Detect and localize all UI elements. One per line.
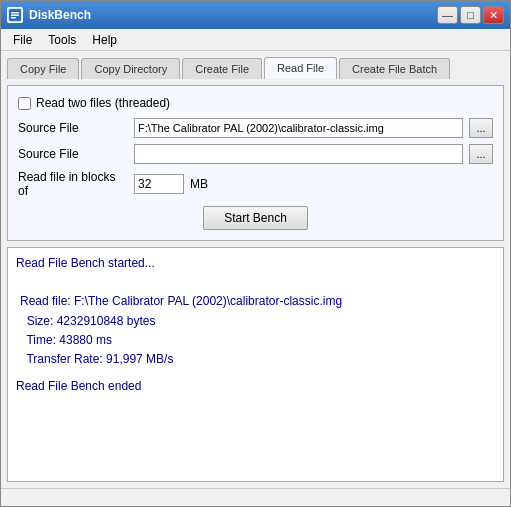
- content-area: Copy File Copy Directory Create File Rea…: [1, 51, 510, 488]
- app-icon: [7, 7, 23, 23]
- tab-copy-directory[interactable]: Copy Directory: [81, 58, 180, 79]
- menu-help[interactable]: Help: [84, 31, 125, 49]
- source-file2-label: Source File: [18, 147, 128, 161]
- blocks-unit: MB: [190, 177, 208, 191]
- output-ended: Read File Bench ended: [16, 377, 495, 396]
- tab-create-file[interactable]: Create File: [182, 58, 262, 79]
- tab-copy-file[interactable]: Copy File: [7, 58, 79, 79]
- close-button[interactable]: ✕: [483, 6, 504, 24]
- blocks-input[interactable]: [134, 174, 184, 194]
- svg-rect-3: [11, 17, 16, 19]
- output-detail-2: Time: 43880 ms: [20, 331, 495, 350]
- output-detail-3: Transfer Rate: 91,997 MB/s: [20, 350, 495, 369]
- menu-bar: File Tools Help: [1, 29, 510, 51]
- tab-read-file[interactable]: Read File: [264, 57, 337, 79]
- output-area[interactable]: Read File Bench started... Read file: F:…: [7, 247, 504, 482]
- window-controls: — □ ✕: [437, 6, 504, 24]
- output-details: Read file: F:\The Calibrator PAL (2002)\…: [16, 292, 495, 369]
- tab-create-file-batch[interactable]: Create File Batch: [339, 58, 450, 79]
- source-file2-input[interactable]: [134, 144, 463, 164]
- window-title: DiskBench: [29, 8, 437, 22]
- tab-bar: Copy File Copy Directory Create File Rea…: [7, 57, 504, 79]
- menu-tools[interactable]: Tools: [40, 31, 84, 49]
- threaded-label: Read two files (threaded): [36, 96, 170, 110]
- output-started: Read File Bench started...: [16, 254, 495, 273]
- threaded-checkbox[interactable]: [18, 97, 31, 110]
- svg-rect-2: [11, 15, 19, 17]
- start-btn-row: Start Bench: [18, 206, 493, 230]
- blocks-row: Read file in blocks of MB: [18, 170, 493, 198]
- tab-panel: Read two files (threaded) Source File ..…: [7, 85, 504, 241]
- output-detail-0: Read file: F:\The Calibrator PAL (2002)\…: [20, 292, 495, 311]
- output-detail-1: Size: 4232910848 bytes: [20, 312, 495, 331]
- status-bar: [1, 488, 510, 506]
- main-window: DiskBench — □ ✕ File Tools Help Copy Fil…: [0, 0, 511, 507]
- maximize-button[interactable]: □: [460, 6, 481, 24]
- browse2-button[interactable]: ...: [469, 144, 493, 164]
- blocks-label: Read file in blocks of: [18, 170, 128, 198]
- svg-rect-1: [11, 12, 19, 14]
- title-bar: DiskBench — □ ✕: [1, 1, 510, 29]
- source-file1-input[interactable]: [134, 118, 463, 138]
- start-bench-button[interactable]: Start Bench: [203, 206, 308, 230]
- source-file1-row: Source File ...: [18, 118, 493, 138]
- menu-file[interactable]: File: [5, 31, 40, 49]
- browse1-button[interactable]: ...: [469, 118, 493, 138]
- minimize-button[interactable]: —: [437, 6, 458, 24]
- threaded-row: Read two files (threaded): [18, 96, 493, 110]
- source-file1-label: Source File: [18, 121, 128, 135]
- source-file2-row: Source File ...: [18, 144, 493, 164]
